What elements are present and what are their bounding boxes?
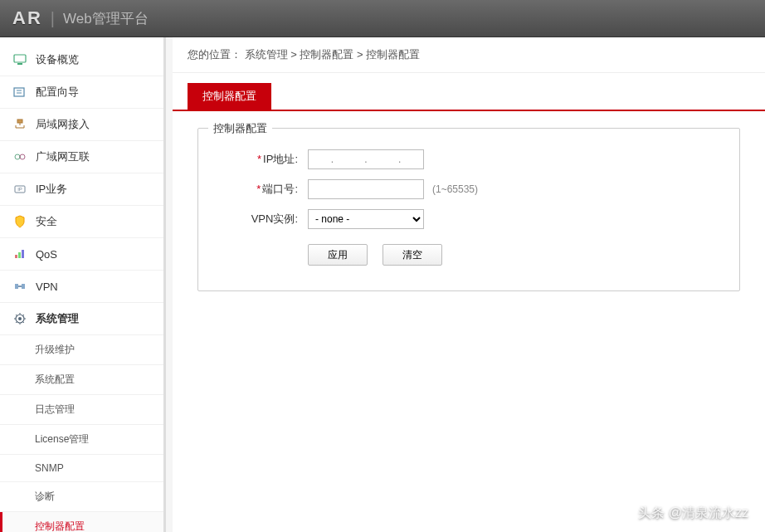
ip-label: *IP地址: [223, 152, 298, 167]
fieldset-legend: 控制器配置 [208, 121, 272, 136]
sidebar-item-label: QoS [36, 248, 57, 261]
sidebar-item-label: 配置向导 [36, 85, 79, 100]
sub-item-license[interactable]: License管理 [0, 425, 163, 455]
sub-item-controller-config[interactable]: 控制器配置 [0, 512, 163, 532]
logo: AR [12, 7, 42, 29]
watermark: 头条 @清泉流水zz [638, 505, 748, 522]
port-label: *端口号: [223, 182, 298, 197]
sidebar-item-system-management[interactable]: 系统管理 [0, 303, 163, 335]
sidebar-item-security[interactable]: 安全 [0, 206, 163, 238]
svg-rect-10 [22, 250, 24, 258]
breadcrumb: 您的位置： 系统管理 > 控制器配置 > 控制器配置 [173, 37, 765, 73]
required-mark: * [256, 183, 261, 195]
lan-icon [12, 117, 27, 132]
sidebar-item-qos[interactable]: QoS [0, 238, 163, 271]
svg-rect-0 [14, 55, 26, 62]
sidebar-item-config-wizard[interactable]: 配置向导 [0, 76, 163, 109]
wan-icon [12, 149, 27, 164]
breadcrumb-link[interactable]: 控制器配置 [300, 48, 353, 61]
ip-icon: IP [12, 182, 27, 197]
svg-rect-1 [17, 63, 22, 65]
svg-rect-12 [22, 284, 25, 289]
sidebar-item-vpn[interactable]: VPN [0, 271, 163, 303]
sidebar-item-label: 设备概览 [36, 52, 79, 67]
tab-bar: 控制器配置 [173, 73, 765, 111]
wizard-icon [12, 85, 27, 100]
sub-item-snmp[interactable]: SNMP [0, 455, 163, 482]
sidebar-item-ip-service[interactable]: IP IP业务 [0, 173, 163, 206]
sidebar-item-label: 安全 [36, 214, 57, 229]
qos-icon [12, 246, 27, 261]
sidebar-item-wan[interactable]: 广域网互联 [0, 141, 163, 173]
breadcrumb-current: 控制器配置 [366, 48, 420, 61]
svg-point-14 [18, 317, 22, 320]
sub-item-system-config[interactable]: 系统配置 [0, 365, 163, 395]
vpn-icon [12, 279, 27, 294]
port-input[interactable] [308, 179, 424, 199]
svg-rect-3 [17, 120, 22, 123]
sidebar-item-label: 广域网互联 [36, 149, 90, 164]
svg-rect-8 [15, 255, 17, 258]
watermark-badge: 路由器 [712, 472, 748, 509]
sidebar-item-device-overview[interactable]: 设备概览 [0, 44, 163, 76]
required-mark: * [257, 153, 261, 165]
controller-config-fieldset: 控制器配置 *IP地址: ... *端口号: (1~65535) [197, 128, 740, 291]
content-area: 您的位置： 系统管理 > 控制器配置 > 控制器配置 控制器配置 控制器配置 *… [173, 37, 765, 532]
logo-separator: | [51, 9, 55, 28]
system-icon [12, 311, 27, 326]
ip-input[interactable]: ... [308, 149, 424, 169]
svg-rect-9 [18, 252, 21, 258]
clear-button[interactable]: 清空 [382, 244, 442, 266]
sub-item-diagnosis[interactable]: 诊断 [0, 482, 163, 512]
sidebar: 设备概览 配置向导 局域网接入 广域网互联 IP IP业务 [0, 37, 166, 532]
vpn-select[interactable]: - none - [308, 209, 424, 229]
sidebar-item-label: IP业务 [36, 182, 67, 197]
svg-text:IP: IP [17, 187, 22, 192]
header-title: Web管理平台 [63, 9, 149, 28]
sub-item-log[interactable]: 日志管理 [0, 395, 163, 425]
tab-controller-config[interactable]: 控制器配置 [188, 83, 271, 110]
sidebar-divider [166, 37, 173, 532]
apply-button[interactable]: 应用 [308, 244, 368, 266]
device-icon [12, 52, 27, 67]
svg-rect-2 [14, 88, 24, 96]
shield-icon [12, 214, 27, 229]
sidebar-item-lan[interactable]: 局域网接入 [0, 109, 163, 141]
port-hint: (1~65535) [432, 183, 478, 195]
sub-item-upgrade[interactable]: 升级维护 [0, 335, 163, 365]
vpn-label: VPN实例: [223, 212, 298, 227]
header: AR | Web管理平台 [0, 0, 765, 37]
svg-rect-11 [15, 284, 18, 289]
sidebar-item-label: 局域网接入 [36, 117, 90, 132]
sidebar-item-label: VPN [36, 281, 58, 293]
sidebar-item-label: 系统管理 [36, 311, 79, 326]
breadcrumb-link[interactable]: 系统管理 [245, 48, 288, 61]
